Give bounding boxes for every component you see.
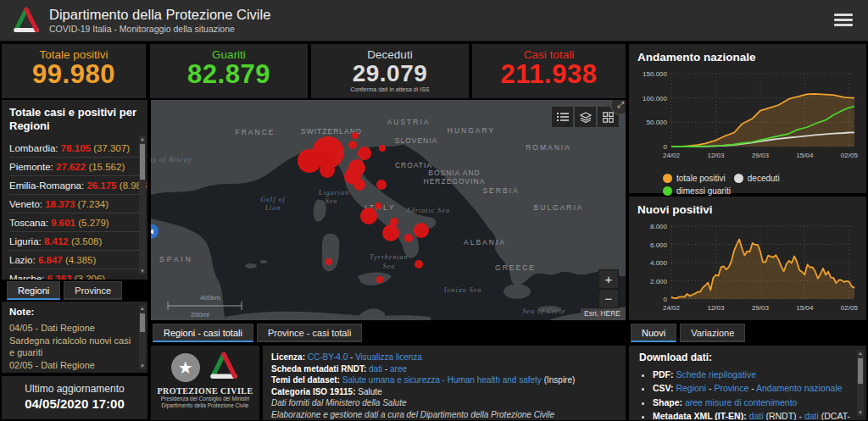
svg-text:150.000: 150.000 [643,70,667,78]
svg-text:50.000: 50.000 [647,119,668,126]
svg-text:29/03: 29/03 [752,304,770,312]
scrollbar-thumb[interactable] [140,144,145,180]
csv-province-link[interactable]: Province [714,383,748,393]
map-label-country: SERBIA [482,186,519,195]
svg-text:0: 0 [664,143,668,151]
tab-province-casi-totali[interactable]: Province - casi totali [257,324,362,342]
hamburger-menu-icon[interactable] [834,14,853,27]
license-line: Scheda metadati RNDT: dati - aree [271,363,617,375]
map-label-sea: Sea [326,197,338,205]
regions-scrollbar[interactable]: ▲ ▼ [139,136,146,274]
rndt-aree-link[interactable]: aree [390,364,407,374]
map-label-country: ALBANIA [464,238,506,247]
stat-card-guariti: Guariti 82.879 [150,44,308,98]
zoom-out-button[interactable]: − [598,289,619,308]
download-item-csv: CSV: Regioni - Province - Andamento nazi… [653,381,853,395]
csv-regioni-link[interactable]: Regioni [676,383,706,393]
scrollbar-thumb[interactable] [140,313,145,332]
svg-text:24/02: 24/02 [663,152,681,159]
stat-value: 211.938 [472,61,626,89]
scroll-down-icon[interactable]: ▼ [857,409,864,416]
stat-value: 99.980 [2,61,146,89]
map-label-country: AUSTRIA [387,118,431,126]
rndt-dati-link[interactable]: dati [369,364,382,374]
download-scrollbar[interactable]: ▲ ▼ [857,350,864,416]
scroll-up-icon[interactable]: ▲ [139,305,146,312]
map-label-country: ROMANIA [526,143,571,152]
temi-dataset-link[interactable]: Salute umana e sicurezza - Human health … [342,375,542,385]
tab-nuovi[interactable]: Nuovi [631,324,676,342]
republic-emblem-icon: ★ [171,353,200,382]
nuovi-positivi-panel: Nuovi positivi 02.0004.0006.0008.00024/0… [629,197,866,320]
tab-province[interactable]: Province [64,281,122,300]
layers-icon[interactable] [575,107,596,127]
map-scale-mi: 200mi [191,311,209,319]
andamento-nazionale-chart[interactable]: 050.000100.000150.00024/0212/0329/0315/0… [636,67,860,167]
svg-text:12/03: 12/03 [707,152,725,159]
region-row: Liguria: 8.412 (3.508) [9,232,140,251]
map-label-country: SPAIN [159,255,193,263]
csv-andamento-link[interactable]: Andamento nazionale [756,383,843,393]
svg-text:8.000: 8.000 [650,223,668,230]
svg-text:02/05: 02/05 [841,152,859,159]
download-panel: Download dati: PDF: Schede riepilogative… [629,346,866,420]
svg-text:6.000: 6.000 [650,241,668,249]
xml-rndt-link[interactable]: dati [749,411,764,420]
license-line: Dati forniti dal Ministero della Salute [271,397,617,409]
note-line: 04/05 - Dati Regione Sardegna ricalcolo … [9,322,136,359]
last-update-value: 04/05/2020 17:00 [2,396,147,411]
svg-text:15/04: 15/04 [796,152,814,159]
xml-dcat-link[interactable]: dati [804,411,819,420]
map-label-country: BULGARIA [534,203,584,212]
scroll-up-icon[interactable]: ▲ [857,350,864,357]
map-label-country: BOSNIA AND [428,169,481,177]
tab-regioni-casi-totali[interactable]: Regioni - casi totali [153,324,253,342]
license-line: Elaborazione e gestione dati a cura del … [271,409,617,421]
last-update-label: Ultimo aggiornamento [2,383,147,395]
legend-item: dimessi guariti [663,186,731,196]
cc-by-link[interactable]: CC-BY-4.0 [308,352,348,362]
legend-icon[interactable] [552,107,573,127]
chart-tabbar: Nuovi Variazione [631,324,745,342]
stat-value: 29.079 [311,61,469,86]
scrollbar-thumb[interactable] [858,358,863,384]
notes-panel: Note: 04/05 - Dati Regione Sardegna rica… [2,302,147,373]
map-tabbar: Regioni - casi totali Province - casi to… [153,324,362,342]
schede-riepilogative-link[interactable]: Schede riepilogative [676,369,756,379]
chart-title: Andamento nazionale [637,51,860,64]
map-label-sea: Lion [264,204,281,212]
license-panel: Licenza: CC-BY-4.0 - Visualizza licenza … [263,346,626,420]
map-canvas: FRANCE SWITZERLAND AUSTRIA HUNGARY SLOVE… [151,100,626,320]
visualizza-licenza-link[interactable]: Visualizza licenza [355,352,422,362]
tab-variazione[interactable]: Variazione [680,324,745,342]
covid-map[interactable]: FRANCE SWITZERLAND AUSTRIA HUNGARY SLOVE… [151,100,626,320]
stat-card-casi-totali: Casi totali 211.938 [472,44,626,98]
map-label-country: HERZEGOVINA [424,177,486,186]
license-line: Categoria ISO 19115: Salute [271,386,617,398]
nuovi-positivi-chart[interactable]: 02.0004.0006.0008.00024/0212/0329/0315/0… [636,219,860,319]
stat-label: Deceduti [311,48,469,61]
scroll-down-icon[interactable]: ▼ [139,268,146,274]
scroll-up-icon[interactable]: ▲ [139,136,146,142]
regions-list[interactable]: Lombardia: 78.105 (37.307) Piemonte: 27.… [9,139,140,280]
notes-title: Note: [9,307,136,317]
footer-logo-panel: ★ PROTEZIONE CIVILE Presidenza del Consi… [151,346,259,420]
legend-item: totale positivi [663,174,726,183]
legend-dot-totale-positivi [663,174,672,183]
zoom-in-button[interactable]: + [598,269,619,289]
stat-footnote: Conferma dati in attesa di ISS [311,86,469,92]
map-label-sea: Ionian Sea [443,286,481,294]
region-row: Toscana: 9.601 (5.279) [9,213,140,232]
shape-aree-link[interactable]: aree misure di contenimento [685,397,798,407]
download-item-pdf: PDF: Schede riepilogative [653,368,853,381]
map-label-sea: Sea of Crete [522,307,565,315]
map-attribution: Esri, HERE [581,308,624,319]
region-row: Emilia-Romagna: 26.175 (8.984) [9,176,140,195]
region-row: Lombardia: 78.105 (37.307) [9,139,140,158]
tab-regioni[interactable]: Regioni [7,281,60,300]
notes-scrollbar[interactable]: ▲ ▼ [139,305,146,369]
region-row: Piemonte: 27.622 (15.562) [9,158,140,176]
scroll-down-icon[interactable]: ▼ [139,363,146,369]
legend-item: deceduti [734,174,780,183]
svg-text:100.000: 100.000 [643,95,667,102]
